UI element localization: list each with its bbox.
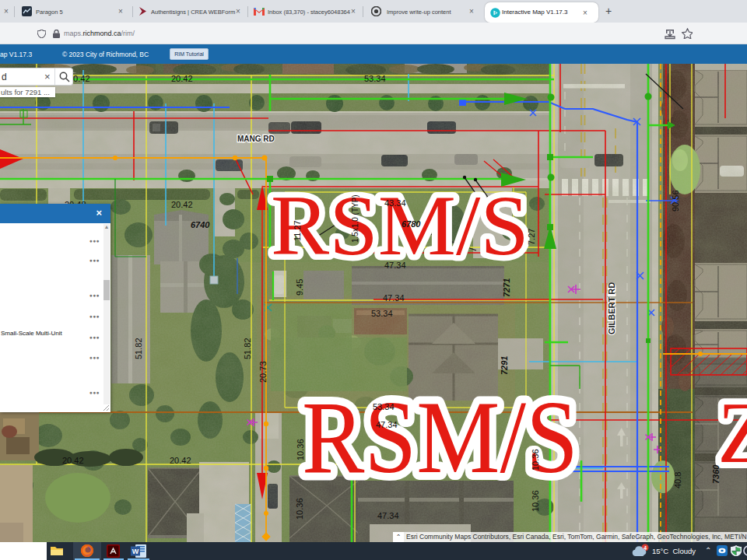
svg-text:6780: 6780 xyxy=(402,219,421,229)
svg-text:90.56: 90.56 xyxy=(671,190,680,212)
svg-text:1.5x1.0 (TYP): 1.5x1.0 (TYP) xyxy=(351,194,359,243)
svg-text:MANG RD: MANG RD xyxy=(237,135,275,143)
svg-text:10.36: 10.36 xyxy=(531,449,540,471)
svg-text:47.34: 47.34 xyxy=(376,420,398,429)
svg-text:51.82: 51.82 xyxy=(243,338,252,359)
svg-text:7291: 7291 xyxy=(500,356,509,375)
svg-text:47.34: 47.34 xyxy=(383,293,405,303)
svg-text:53.34: 53.34 xyxy=(371,309,393,318)
svg-text:20.73: 20.73 xyxy=(258,361,268,383)
svg-text:10.36: 10.36 xyxy=(296,439,305,460)
svg-text:W: W xyxy=(132,548,139,555)
svg-text:40.8: 40.8 xyxy=(673,472,682,488)
svg-text:47.34: 47.34 xyxy=(384,261,406,270)
svg-text:43.34: 43.34 xyxy=(384,198,406,208)
svg-text:53.34: 53.34 xyxy=(373,402,395,411)
svg-text:RSM/S: RSM/S xyxy=(302,380,578,495)
svg-text:RSM/S: RSM/S xyxy=(271,178,529,273)
svg-text:7.27: 7.27 xyxy=(527,229,536,245)
svg-text:10.36: 10.36 xyxy=(531,490,540,512)
svg-text:20.42: 20.42 xyxy=(170,456,191,465)
svg-text:51.82: 51.82 xyxy=(134,338,143,359)
svg-text:20.42: 20.42 xyxy=(171,200,193,209)
svg-text:20.42: 20.42 xyxy=(62,456,84,465)
svg-text:47.34: 47.34 xyxy=(377,511,399,520)
svg-text:7271: 7271 xyxy=(502,278,511,297)
svg-text:9.45: 9.45 xyxy=(295,279,304,296)
svg-text:7360: 7360 xyxy=(711,464,721,484)
svg-text:GILBERT RD: GILBERT RD xyxy=(607,282,616,334)
svg-text:20.42: 20.42 xyxy=(171,74,193,83)
svg-text:53.34: 53.34 xyxy=(364,74,386,83)
svg-text:11.27: 11.27 xyxy=(293,220,302,241)
svg-text:6740: 6740 xyxy=(191,220,210,229)
svg-text:Z: Z xyxy=(717,384,747,481)
svg-text:10.36: 10.36 xyxy=(295,498,304,520)
